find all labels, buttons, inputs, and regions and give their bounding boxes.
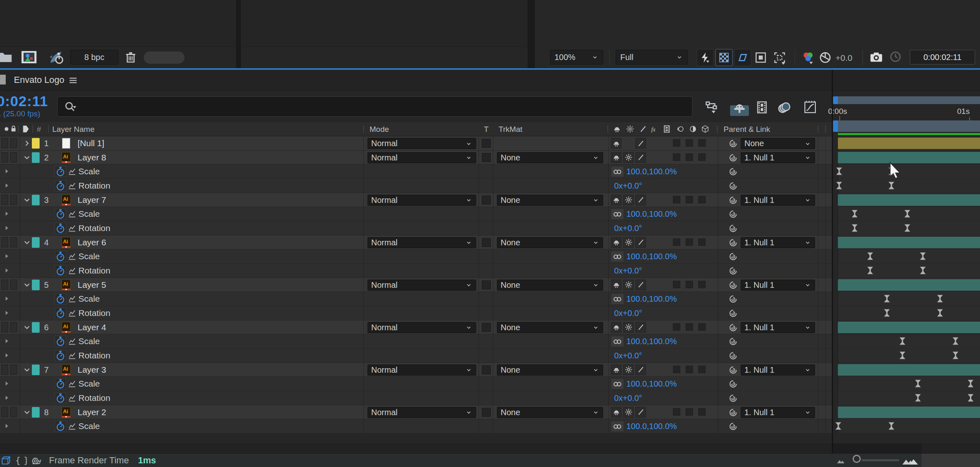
quality-toggle[interactable] xyxy=(635,407,646,418)
graph-toggle-icon[interactable] xyxy=(68,252,76,261)
blend-mode-dropdown[interactable]: Normal xyxy=(368,237,476,248)
shy-toggle[interactable] xyxy=(611,365,621,375)
property-value[interactable]: 100.0,100.0% xyxy=(626,294,677,304)
keyframe-icon[interactable] xyxy=(851,209,859,218)
keyframe-icon[interactable] xyxy=(936,294,944,303)
preserve-transparency-toggle[interactable] xyxy=(482,323,491,332)
keyframe-lane[interactable] xyxy=(833,249,980,263)
shy-toggle[interactable] xyxy=(611,152,621,163)
audio-toggle[interactable] xyxy=(10,407,17,417)
keyframe-lane[interactable] xyxy=(833,334,980,348)
blend-mode-dropdown[interactable]: Normal xyxy=(368,365,476,376)
layer-row[interactable]: 1 [Null 1] Normal None xyxy=(0,136,833,150)
link-dimensions-icon[interactable] xyxy=(611,379,624,389)
keyframe-lane[interactable] xyxy=(833,292,980,306)
label-swatch[interactable] xyxy=(32,280,40,290)
graph-toggle-icon[interactable] xyxy=(68,309,76,318)
layer-row[interactable]: 2 Ai Layer 8 Normal None 1. Null 1 xyxy=(0,151,833,165)
property-name[interactable]: Rotation xyxy=(78,393,110,403)
parent-pick-whip-icon[interactable] xyxy=(728,322,739,333)
audio-toggle[interactable] xyxy=(10,152,17,162)
keyframe-lane[interactable] xyxy=(833,419,980,433)
parent-pick-whip-icon[interactable] xyxy=(728,195,739,206)
property-row[interactable]: Scale 100.0,100.0% xyxy=(0,292,833,306)
chevron-down-icon[interactable] xyxy=(22,153,31,162)
property-pick-whip-icon[interactable] xyxy=(728,265,739,276)
property-name[interactable]: Scale xyxy=(78,421,100,431)
quality-toggle[interactable] xyxy=(635,365,646,375)
timeline-panel-divider[interactable] xyxy=(832,70,833,453)
trkmat-dropdown[interactable]: None xyxy=(497,237,603,248)
graph-toggle-icon[interactable] xyxy=(68,337,76,346)
shy-toggle[interactable] xyxy=(611,322,621,333)
keyframe-icon[interactable] xyxy=(887,421,895,431)
keyframe-icon[interactable] xyxy=(866,251,874,261)
effects-toggle[interactable] xyxy=(673,408,680,416)
keyframe-icon[interactable] xyxy=(883,308,891,318)
keyframe-icon[interactable] xyxy=(919,266,927,275)
property-pick-whip-icon[interactable] xyxy=(728,180,739,191)
layer-duration-bar[interactable] xyxy=(838,152,980,163)
layer-row[interactable]: 5 Ai Layer 5 Normal None 1. Null 1 xyxy=(0,278,833,292)
layer-row[interactable]: 4 Ai Layer 6 Normal None 1. Null 1 xyxy=(0,236,833,249)
graph-toggle-icon[interactable] xyxy=(68,422,76,431)
layer-name[interactable]: Layer 5 xyxy=(78,280,106,290)
collapse-transformations-toggle[interactable] xyxy=(623,237,634,248)
chevron-down-icon[interactable] xyxy=(22,238,31,247)
timeline-zoom-track[interactable] xyxy=(862,459,899,461)
preserve-transparency-toggle[interactable] xyxy=(482,139,491,148)
stopwatch-icon[interactable] xyxy=(55,307,66,319)
layer-name[interactable]: Layer 2 xyxy=(78,407,106,417)
keyframe-lane[interactable] xyxy=(833,349,980,362)
parent-pick-whip-icon[interactable] xyxy=(728,365,739,376)
trkmat-dropdown[interactable]: None xyxy=(497,407,603,418)
layer-duration-bar[interactable] xyxy=(838,322,980,333)
property-row[interactable]: Rotation 0x+0.0° xyxy=(0,264,833,278)
frame-blend-toggle[interactable] xyxy=(686,238,693,246)
stopwatch-icon[interactable] xyxy=(55,222,66,234)
property-pick-whip-icon[interactable] xyxy=(728,251,739,262)
collapse-transformations-toggle[interactable] xyxy=(623,322,634,333)
label-swatch[interactable] xyxy=(32,195,40,205)
keyframe-lane[interactable] xyxy=(833,391,980,405)
effects-toggle[interactable] xyxy=(673,139,680,147)
quality-toggle[interactable] xyxy=(635,195,646,205)
keyframe-icon[interactable] xyxy=(951,336,960,346)
expand-property-icon[interactable] xyxy=(3,394,10,401)
blend-mode-dropdown[interactable]: Normal xyxy=(368,152,476,163)
frame-blend-toggle[interactable] xyxy=(686,153,693,161)
expand-property-icon[interactable] xyxy=(3,380,10,387)
collapse-transformations-toggle[interactable] xyxy=(623,195,634,205)
keyframe-lane[interactable] xyxy=(833,165,980,178)
quality-toggle[interactable] xyxy=(635,138,646,149)
stopwatch-icon[interactable] xyxy=(55,336,66,347)
parent-dropdown[interactable]: 1. Null 1 xyxy=(741,365,815,376)
frame-blend-toggle[interactable] xyxy=(686,139,693,147)
video-toggle[interactable] xyxy=(1,237,8,247)
stopwatch-icon[interactable] xyxy=(55,350,66,361)
keyframe-icon[interactable] xyxy=(914,393,922,403)
keyframe-icon[interactable] xyxy=(919,251,927,261)
property-pick-whip-icon[interactable] xyxy=(728,294,739,305)
link-dimensions-icon[interactable] xyxy=(611,209,624,219)
property-pick-whip-icon[interactable] xyxy=(728,166,739,177)
stopwatch-icon[interactable] xyxy=(55,420,66,432)
link-dimensions-icon[interactable] xyxy=(611,167,624,177)
layer-name[interactable]: Layer 4 xyxy=(78,322,106,332)
property-value[interactable]: 0x+0.0° xyxy=(614,181,642,191)
layer-track[interactable] xyxy=(833,151,980,165)
parent-pick-whip-icon[interactable] xyxy=(728,152,739,163)
layer-duration-bar[interactable] xyxy=(838,194,980,206)
expand-property-icon[interactable] xyxy=(3,168,10,175)
property-value[interactable]: 0x+0.0° xyxy=(614,224,642,233)
blend-mode-dropdown[interactable]: Normal xyxy=(368,195,476,206)
collapse-transformations-toggle[interactable] xyxy=(623,152,634,163)
expand-property-icon[interactable] xyxy=(3,210,10,217)
video-toggle[interactable] xyxy=(1,195,8,205)
property-name[interactable]: Rotation xyxy=(78,181,110,191)
stopwatch-icon[interactable] xyxy=(55,265,66,276)
parent-dropdown[interactable]: 1. Null 1 xyxy=(741,322,815,333)
trkmat-dropdown[interactable]: None xyxy=(497,365,603,376)
layer-duration-bar[interactable] xyxy=(838,407,980,418)
preserve-transparency-toggle[interactable] xyxy=(482,365,491,374)
